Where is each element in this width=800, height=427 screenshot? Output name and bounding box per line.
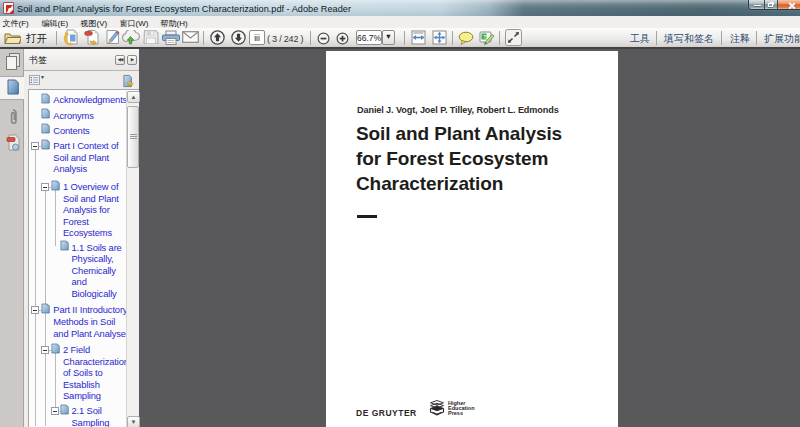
svg-text:T: T	[483, 34, 487, 40]
